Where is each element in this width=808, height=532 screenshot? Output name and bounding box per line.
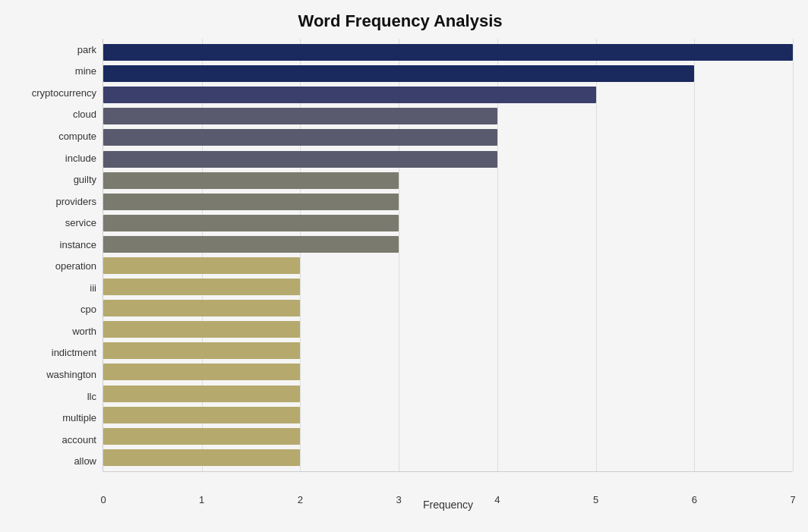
bar-row	[103, 42, 793, 63]
y-label: cpo	[80, 304, 96, 314]
bar	[103, 386, 300, 402]
y-label: service	[65, 218, 96, 228]
y-labels: parkminecryptocurrencycloudcomputeinclud…	[8, 39, 103, 472]
bar	[103, 108, 497, 124]
x-tick: 4	[494, 494, 500, 505]
y-label: cryptocurrency	[32, 88, 96, 98]
bar-row	[103, 191, 793, 212]
bar-row	[103, 127, 793, 148]
bar-row	[103, 148, 793, 169]
y-label: instance	[60, 240, 96, 250]
bar-row	[103, 319, 793, 340]
bar	[103, 257, 300, 274]
chart-title: Word Frequency Analysis	[8, 8, 793, 31]
bar	[103, 44, 793, 61]
bar-row	[103, 383, 793, 405]
bar	[103, 449, 300, 466]
x-tick: 3	[396, 494, 402, 505]
bar-row	[103, 405, 793, 426]
y-label: indictment	[52, 348, 96, 357]
y-label: operation	[55, 261, 96, 271]
bar	[103, 129, 497, 146]
y-label: include	[65, 153, 96, 163]
y-label: park	[77, 45, 96, 55]
bar-row	[103, 340, 793, 361]
y-label: iii	[90, 283, 96, 293]
bar	[103, 364, 300, 380]
bar	[103, 321, 300, 338]
plot-area: 01234567 Frequency	[103, 39, 793, 472]
y-label: llc	[87, 392, 96, 401]
bar-row	[103, 255, 793, 276]
y-label: providers	[56, 197, 96, 206]
y-label: compute	[58, 131, 96, 141]
bar	[103, 65, 694, 82]
bar-row	[103, 84, 793, 105]
bar-row	[103, 447, 793, 468]
bar-row	[103, 105, 793, 127]
chart-area: parkminecryptocurrencycloudcomputeinclud…	[8, 39, 793, 472]
bar-row	[103, 276, 793, 297]
bar	[103, 87, 596, 103]
x-tick: 7	[790, 494, 795, 505]
bar	[103, 236, 399, 253]
bar	[103, 342, 300, 359]
bar	[103, 279, 300, 295]
chart-container: Word Frequency Analysis parkminecryptocu…	[0, 0, 808, 532]
y-label: cloud	[73, 109, 96, 119]
y-label: mine	[75, 66, 96, 76]
y-label: guilty	[74, 175, 96, 184]
y-label: worth	[72, 326, 96, 336]
x-axis-label: Frequency	[423, 499, 473, 511]
bar	[103, 407, 300, 423]
bar	[103, 300, 300, 316]
x-tick: 5	[593, 494, 598, 505]
bar-row	[103, 234, 793, 255]
x-tick: 1	[199, 494, 204, 505]
bar-row	[103, 63, 793, 84]
bar-row	[103, 426, 793, 447]
bar	[103, 194, 399, 210]
x-tick: 2	[298, 494, 303, 505]
bar	[103, 172, 399, 189]
bar	[103, 151, 497, 168]
y-label: multiple	[62, 413, 96, 423]
bar-row	[103, 297, 793, 319]
y-label: account	[62, 435, 96, 445]
y-label: allow	[74, 456, 96, 466]
gridline	[793, 39, 794, 471]
bars-wrapper	[103, 39, 793, 471]
bar-row	[103, 361, 793, 382]
y-label: washington	[46, 370, 96, 379]
bar	[103, 428, 300, 445]
x-tick: 6	[692, 494, 697, 505]
bar	[103, 215, 399, 231]
bar-row	[103, 170, 793, 191]
bar-row	[103, 212, 793, 234]
x-tick: 0	[100, 494, 106, 505]
